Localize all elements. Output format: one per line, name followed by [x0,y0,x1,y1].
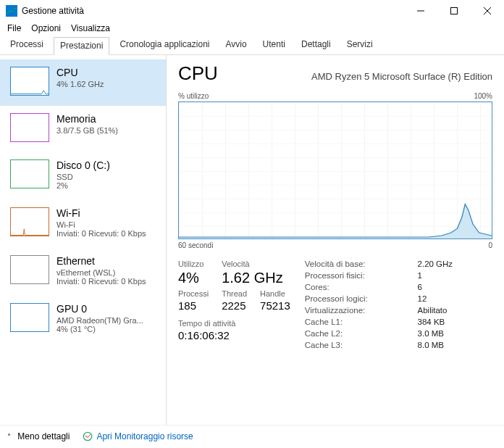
spec-label: Cache L1: [305,318,408,326]
titlebar: Gestione attività [0,0,504,22]
cpu-model: AMD Ryzen 5 Microsoft Surface (R) Editio… [311,71,492,82]
menu-options[interactable]: Opzioni [31,23,61,33]
disk-thumb [10,159,49,188]
stat-label: Velocità [222,260,290,268]
chart-y-top-label: % utilizzo [178,92,209,100]
sidebar-item-sub: SSD 2% [56,173,110,190]
spec-value: 8.0 MB [418,341,492,349]
stat-value: 2225 [222,299,247,312]
sidebar-item-cpu[interactable]: CPU 4% 1.62 GHz [0,59,166,106]
resource-monitor-icon [83,431,93,441]
tab-startup[interactable]: Avvio [219,36,252,54]
window-controls [404,0,504,22]
sidebar-item-gpu[interactable]: GPU 0 AMD Radeon(TM) Gra... 4% (31 °C) [0,296,166,344]
tab-details[interactable]: Dettagli [295,36,337,54]
sidebar-item-sub: 3.8/7.5 GB (51%) [56,126,118,135]
sidebar-item-label: CPU [56,67,104,78]
stat-value: 1.62 GHz [222,270,290,286]
spec-label: Cache L3: [305,341,408,349]
sidebar-item-sub: vEthernet (WSL) Inviati: 0 Ricevuti: 0 K… [56,268,146,286]
sidebar-item-label: Wi-Fi [56,207,146,219]
spec-label: Processori logici: [305,294,408,303]
fewer-details-toggle[interactable]: ˄ Meno dettagli [7,431,70,441]
spec-value: Abilitato [418,306,492,315]
stats: Utilizzo 4% Velocità 1.62 GHz Processi 1… [178,260,492,349]
content: CPU 4% 1.62 GHz Memoria 3.8/7.5 GB (51%)… [0,55,504,425]
open-resource-monitor-link[interactable]: Apri Monitoraggio risorse [83,431,193,441]
spec-label: Velocità di base: [305,260,408,268]
cpu-thumb [10,67,49,96]
main-header: CPU AMD Ryzen 5 Microsoft Surface (R) Ed… [178,62,492,85]
sidebar-item-memory[interactable]: Memoria 3.8/7.5 GB (51%) [0,106,166,152]
chart-x-left: 60 secondi [178,241,213,249]
spec-label: Cores: [305,283,408,291]
spec-value: 6 [418,283,492,291]
stat-value: 4% [178,270,209,286]
menu-view[interactable]: Visualizza [71,23,110,33]
sidebar-item-label: Disco 0 (C:) [56,159,110,171]
stat-value: 185 [178,299,209,312]
sidebar-item-label: GPU 0 [56,303,143,315]
tab-performance[interactable]: Prestazioni [54,37,109,55]
chevron-up-icon: ˄ [7,433,11,441]
sidebar-item-sub: 4% 1.62 GHz [56,80,104,88]
stat-label: Processi [178,289,209,298]
minimize-button[interactable] [404,0,437,22]
spec-value: 3.0 MB [418,329,492,338]
sidebar-item-label: Ethernet [56,255,146,267]
menubar: File Opzioni Visualizza [0,22,504,36]
tabs: Processi Prestazioni Cronologia applicaz… [0,36,504,55]
chart-area: % utilizzo 100% 60 secondi 0 [178,92,492,249]
sidebar-item-label: Memoria [56,113,118,125]
window-title: Gestione attività [22,6,404,16]
spec-value: 384 KB [418,318,492,326]
page-title: CPU [178,62,218,85]
svg-point-5 [84,432,92,440]
chart-x-right: 0 [488,241,492,249]
cpu-chart[interactable] [178,101,492,239]
stat-value: 0:16:06:32 [178,329,290,341]
tab-app-history[interactable]: Cronologia applicazioni [114,36,215,54]
main-panel: CPU AMD Ryzen 5 Microsoft Surface (R) Ed… [167,55,504,425]
svg-rect-2 [451,8,458,14]
stat-label: Handle [260,289,290,298]
spec-label: Processori fisici: [305,271,408,280]
sidebar-item-sub: AMD Radeon(TM) Gra... 4% (31 °C) [56,316,143,333]
sidebar-item-wifi[interactable]: Wi-Fi Wi-Fi Inviati: 0 Ricevuti: 0 Kbps [0,200,166,248]
stat-value: 75213 [260,299,290,312]
spec-label: Cache L2: [305,329,408,338]
app-icon [6,5,17,17]
spec-label: Virtualizzazione: [305,306,408,315]
stats-left: Utilizzo 4% Velocità 1.62 GHz Processi 1… [178,260,290,349]
chart-y-max: 100% [474,92,492,100]
sidebar-item-sub: Wi-Fi Inviati: 0 Ricevuti: 0 Kbps [56,220,146,238]
memory-thumb [10,113,49,142]
stat-label: Tempo di attività [178,319,290,328]
spec-value: 2.20 GHz [418,260,492,268]
sidebar-item-ethernet[interactable]: Ethernet vEthernet (WSL) Inviati: 0 Rice… [0,248,166,296]
ethernet-thumb [10,255,49,284]
spec-value: 12 [418,294,492,303]
sidebar: CPU 4% 1.62 GHz Memoria 3.8/7.5 GB (51%)… [0,55,167,425]
close-button[interactable] [471,0,504,22]
stats-right: Velocità di base:2.20 GHz Processori fis… [305,260,492,349]
stat-label: Utilizzo [178,260,209,268]
gpu-thumb [10,303,49,332]
tab-services[interactable]: Servizi [341,36,379,54]
tab-users[interactable]: Utenti [257,36,291,54]
tab-processes[interactable]: Processi [4,36,49,54]
menu-file[interactable]: File [7,23,21,33]
footer: ˄ Meno dettagli Apri Monitoraggio risors… [0,425,504,447]
maximize-button[interactable] [437,0,471,22]
sidebar-item-disk[interactable]: Disco 0 (C:) SSD 2% [0,152,166,200]
spec-value: 1 [418,271,492,280]
stat-label: Thread [222,289,247,298]
wifi-thumb [10,207,49,236]
